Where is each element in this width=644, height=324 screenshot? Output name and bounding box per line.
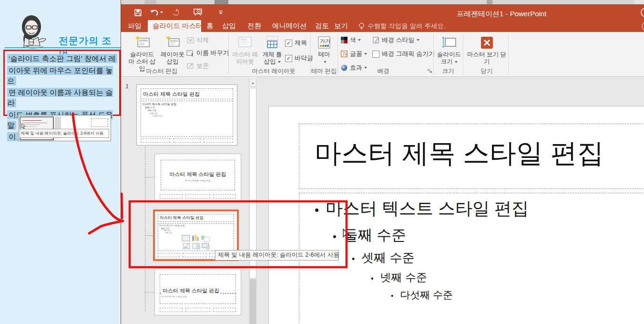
slide-number: 1 <box>125 83 129 90</box>
checkbox-unchecked-icon <box>372 51 379 58</box>
scrollbar-up-arrow[interactable]: ▲ <box>249 79 256 87</box>
screen: MIC 전문가의 조언 ‘슬라이드 축소판 그림’ 창에서 레 이아웃 위에 마… <box>0 0 644 324</box>
title-placeholder[interactable]: 마스터 제목 스타일 편집 <box>299 124 644 189</box>
themes-icon: 가가 <box>313 34 335 51</box>
thumb-content-body-line: 마스터 텍스트 스타일 편집 <box>159 224 184 227</box>
mini-screenshot: 제목 및 내용 레이아웃: 슬라이드 2-6에서 사용 <box>18 115 111 141</box>
close-master-view-icon <box>467 34 506 51</box>
effects-icon <box>340 64 348 72</box>
thumb-master-body-line: 둘째 수준 <box>145 106 155 109</box>
hierarchy-connector <box>145 146 145 311</box>
content-placeholder[interactable]: •마스터 텍스트 스타일 편집 •둘째 수준 •셋째 수준 •넷째 수준 •다섯… <box>299 193 644 324</box>
thumbnail-section-header-layout[interactable]: 마스터 제목 스타일 편집 마스터 텍스트 스타일 편집 .. .. . <box>154 268 241 315</box>
mini-placeholder-box <box>91 118 108 127</box>
hide-background-graphics-label: 배경 그래픽 숨기기 <box>382 50 435 58</box>
thumbnail-title-slide-layout[interactable]: 마스터 제목 스타일 편집 마스터 부제목 스타일 편집 .. .. . <box>154 154 241 201</box>
hide-background-graphics-checkbox[interactable]: 배경 그래픽 숨기기 <box>372 50 435 58</box>
slide-size-icon <box>436 34 462 51</box>
tab-file[interactable]: 파일 <box>128 20 142 32</box>
insert-placeholder-icon <box>260 34 284 51</box>
bullet-level-3: •셋째 수준 <box>352 250 644 266</box>
content-area: 1 마스터 제목 스타일 편집 마스터 텍스트 스타일 편집 둘째 수준 셋째 … <box>121 77 644 324</box>
undo-button[interactable] <box>148 7 165 18</box>
thumbnail-master-slide[interactable]: 마스터 제목 스타일 편집 마스터 텍스트 스타일 편집 둘째 수준 셋째 수준… <box>136 84 237 146</box>
preserve-button[interactable]: 보존 <box>186 61 209 71</box>
fonts-button[interactable]: 가 글꼴 <box>340 50 367 58</box>
group-divider <box>337 34 338 74</box>
colors-button[interactable]: 색 <box>340 36 361 44</box>
tab-home[interactable]: 홈 <box>206 20 214 32</box>
tell-me-box[interactable]: 수행할 작업을 알려 주세요. <box>368 20 446 32</box>
slide-title-text: 마스터 제목 스타일 편집 <box>299 124 644 172</box>
redo-button-disabled[interactable] <box>170 7 182 18</box>
thumb-master-title: 마스터 제목 스타일 편집 <box>143 91 200 98</box>
rename-icon <box>186 49 194 57</box>
thumb-section-text: 마스터 텍스트 스타일 편집 <box>162 295 187 298</box>
tip-line: 이아웃 위에 마우스 포인터를 놓으 <box>7 66 113 85</box>
tab-transitions[interactable]: 전환 <box>247 20 261 32</box>
help-icon[interactable] <box>642 21 644 31</box>
background-styles-button[interactable]: 배경 스타일 <box>372 36 419 44</box>
background-styles-icon <box>372 37 380 44</box>
checkbox-checked-icon: ✓ <box>285 55 292 62</box>
preserve-label: 보존 <box>196 62 209 70</box>
slide-editor: 마스터 제목 스타일 편집 •마스터 텍스트 스타일 편집 •둘째 수준 •셋째… <box>256 77 644 324</box>
ribbon: 슬라이드 마 스터 삽입 레이아웃 삽입 삭제 <box>121 32 644 77</box>
close-master-view-label: 마스터 보기 닫기 <box>467 51 506 65</box>
master-layout-label: 마스터 레이아웃 <box>231 51 259 65</box>
slide-thumbnails-pane: 1 마스터 제목 스타일 편집 마스터 텍스트 스타일 편집 둘째 수준 셋째 … <box>121 77 248 324</box>
redo-icon <box>172 9 180 16</box>
tab-insert[interactable]: 삽입 <box>222 20 236 32</box>
group-label-background: 배경 <box>359 67 407 75</box>
thumbnails-scrollbar[interactable]: ▲ <box>248 77 256 324</box>
delete-icon <box>186 36 194 44</box>
desktop-strip <box>121 0 644 4</box>
title-checkbox[interactable]: ✓ 제목 <box>285 39 307 47</box>
group-label-size: 크기 <box>433 67 463 75</box>
slide-size-label: 슬라이드 크기 <box>436 51 462 65</box>
bullet-level-2: •둘째 수준 <box>333 225 644 245</box>
bullet-level-5: •다섯째 수준 <box>391 288 644 302</box>
svg-text:MIC: MIC <box>30 41 35 43</box>
save-button[interactable] <box>132 7 144 18</box>
qat-customize-button[interactable] <box>215 7 227 18</box>
svg-text:가가: 가가 <box>320 38 330 44</box>
tab-animations[interactable]: 애니메이션 <box>272 20 307 32</box>
undo-icon <box>150 9 159 16</box>
background-dialog-launcher-icon[interactable] <box>428 69 432 73</box>
thumb-master-body-line: 셋째 수준 <box>147 109 156 112</box>
tab-view[interactable]: 보기 <box>334 20 348 32</box>
dropdown-caret <box>364 53 367 55</box>
thumb-title-slide-title: 마스터 제목 스타일 편집 <box>161 171 235 178</box>
group-label-edit-theme: 테마 편집 <box>310 67 337 75</box>
start-slideshow-button[interactable] <box>192 7 204 18</box>
slideshow-icon <box>193 8 203 17</box>
fonts-icon: 가 <box>340 51 348 58</box>
group-divider <box>228 34 229 74</box>
bullet-level-1: •마스터 텍스트 스타일 편집 <box>315 197 644 220</box>
delete-button[interactable]: 삭제 <box>186 35 209 45</box>
thumb-content-title: 마스터 제목 스타일 편집 <box>160 215 204 221</box>
colors-icon <box>340 37 348 44</box>
thumb-section-title: 마스터 제목 스타일 편집 <box>162 287 220 294</box>
tell-me-lightbulb-icon <box>358 22 365 30</box>
scrollbar-track[interactable] <box>249 279 256 324</box>
dropdown-caret <box>417 39 419 41</box>
ribbon-options-icon[interactable] <box>641 8 644 17</box>
dropdown-caret <box>455 61 458 63</box>
save-icon <box>134 9 142 17</box>
rename-label: 이름 바꾸기 <box>196 49 229 57</box>
slide-canvas[interactable]: 마스터 제목 스타일 편집 •마스터 텍스트 스타일 편집 •둘째 수준 •셋째… <box>268 106 644 324</box>
rename-button[interactable]: 이름 바꾸기 <box>186 48 229 58</box>
tip-text-box: ‘슬라이드 축소판 그림’ 창에서 레 이아웃 위에 마우스 포인터를 놓으 면… <box>3 50 121 116</box>
expert-avatar: MIC <box>13 12 52 49</box>
background-styles-label: 배경 스타일 <box>382 36 415 44</box>
tab-review[interactable]: 검토 <box>315 20 329 32</box>
window-title: 프레젠테이션1 - PowerPoint <box>457 10 546 19</box>
footer-checkbox[interactable]: ✓ 바닥글 <box>285 54 313 63</box>
thumb-content-body-line: 넷째 수준 <box>165 232 172 234</box>
mouse-cursor-icon <box>343 229 350 240</box>
tab-slide-master[interactable]: 슬라이드 마스터 <box>153 20 203 32</box>
themes-label: 테마 <box>313 51 335 65</box>
dropdown-caret <box>324 61 327 63</box>
